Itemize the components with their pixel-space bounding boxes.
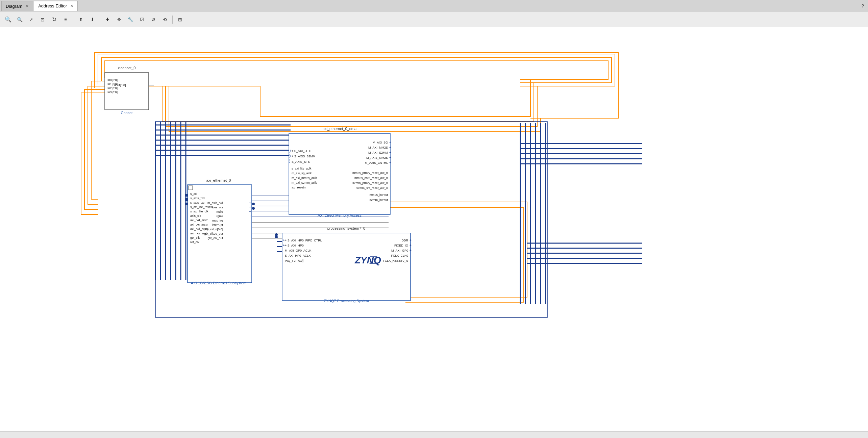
dma-plus-sg: + [389,140,391,144]
eth-port-s-axis-txd: s_axis_txd [190,197,205,200]
tab-address-editor[interactable]: Address Editor ✕ [34,1,78,11]
tab-diagram[interactable]: Diagram ✕ [1,1,33,11]
conn-dot-3 [275,233,278,236]
xlconcat-in2: In2[0:0] [107,86,118,90]
drc-button[interactable]: ⟲ [159,14,170,25]
ps-plus-2: + [283,243,285,247]
align-top-button[interactable]: ⬆ [75,14,86,25]
eth-port-m-axis-rxs: m_axis_rxs [207,206,223,209]
eth-port-axis-clk: axis_clk [190,214,201,217]
eth-port-txd-arstn: axi_txd_arstn [190,218,208,222]
wrench-icon: 🔧 [128,17,133,22]
xlconcat-title: xlconcat_0 [118,66,136,70]
eth-conn-s-axi [185,194,188,197]
tab-diagram-close[interactable]: ✕ [26,4,29,8]
properties-button[interactable]: 🔧 [125,14,136,25]
toolbar: 🔍 🔍 ⤢ ⊡ ↻ ≡ ⬆ ⬇ + ✥ 🔧 ☑ ↺ ⟲ ⊞ [0,12,868,27]
ps-block[interactable] [282,233,411,301]
dma-axi-resetn: axi_resetn [292,186,306,189]
eth-port-gtx90: gtx_clk90_out [204,232,223,235]
regenerate-icon: ↺ [151,17,155,22]
help-button[interactable]: ? [859,3,867,9]
tab-address-editor-close[interactable]: ✕ [70,4,73,8]
tab-diagram-label: Diagram [6,4,22,9]
drc-icon: ⟲ [163,17,167,22]
eth-port-rgmii: rgmii [217,214,223,218]
ps-m-axi-gp0-aclk: M_AXI_GP0_ACLK [285,249,312,252]
eth-port-mac-irq: mac_irq [212,219,223,222]
dma-m-axis-cntrl: M_AXIS_CNTRL [365,161,388,164]
dma-m-axi-s2mm: M_AXI_S2MM [368,151,388,154]
dma-plus-cntrl: + [389,161,391,164]
dma-m-axi-s2mm-aclk: m_axi_s2mm_aclk [292,181,317,184]
dma-s2mm-introut: s2mm_introut [369,198,388,202]
move-icon: ✥ [117,17,121,22]
ps-fclk-clk0: FCLK_CLK0 [391,254,408,257]
eth-conn-txd [185,198,188,201]
dma-plus-s2mm: + [389,151,391,154]
ps-plus-1: + [283,238,285,242]
diagram-area[interactable]: xlconcat_0 In0[0:0] In1[0:0] In2[0:0] In… [0,27,868,438]
dma-s2mm-prmry-reset: s2mm_prmry_reset_out_n [352,181,388,185]
zoom-out-icon: 🔍 [17,17,23,22]
address-editor-icon: ⊞ [178,17,182,22]
eth-label: AXI 1G/2.5G Ethernet Subsystem [191,281,246,285]
ps-title: processing_system7_0 [327,226,366,230]
eth-port-phy-rst: phy_rst_n[0:0] [204,228,223,231]
xlconcat-in3: In3[0:0] [107,91,118,94]
address-editor-button[interactable]: ⊞ [175,14,185,25]
move-button[interactable]: ✥ [114,14,124,25]
eth-port-interrupt: interrupt [212,223,223,227]
validate-button[interactable]: ☑ [137,14,147,25]
dma-mm2s-introut: mm2s_introut [369,193,388,197]
validate-icon: ☑ [140,17,144,22]
dma-mm2s-prmry-reset: mm2s_prmry_reset_out_n [352,171,388,175]
eth-port-lite-clk: s_axi_lite_clk [190,210,208,213]
dma-s-axi-lite-aclk: s_axi_lite_aclk [292,167,312,170]
align-mid-button[interactable]: ⬇ [87,14,98,25]
find-button[interactable]: ≡ [60,14,71,25]
diagram-canvas: xlconcat_0 In0[0:0] In1[0:0] In2[0:0] In… [0,27,868,432]
fit-button[interactable]: ⤢ [26,14,36,25]
dma-s-axis-sts: S_AXIS_STS [292,160,310,163]
zoom-in-button[interactable]: 🔍 [3,14,14,25]
eth-port-mdio: mdio [216,210,223,213]
fit-icon: ⤢ [29,17,33,22]
xlconcat-label: Concat [121,111,133,115]
dma-m-axi-mm2s-aclk: m_axi_mm2s_aclk [292,176,317,180]
ps-s-axi-hp0: + S_AXI_HP0 [285,244,304,247]
regenerate-button[interactable]: ↺ [148,14,159,25]
ps-fixed-io: FIXED_IO [394,244,408,247]
dma-title: axi_ethernet_0_dma [323,127,357,131]
fit-selection-icon: ⊡ [41,17,45,22]
tab-address-editor-label: Address Editor [38,3,67,8]
add-button[interactable]: + [102,14,113,25]
dma-m-axi-sg-aclk: m_axi_sg_aclk [292,172,312,175]
axi-ethernet-title: axi_ethernet_0 [206,178,231,182]
toolbar-sep-3 [172,16,173,24]
ps-m-axi-gp0: M_AXI_GP0 [391,249,408,252]
align-top-icon: ⬆ [79,17,83,22]
ps-plus-fixed: + [410,243,412,247]
zoom-out-button[interactable]: 🔍 [14,14,25,25]
fit-selection-button[interactable]: ⊡ [37,14,48,25]
ps-fclk-reset: FCLK_RESET0_N [383,259,408,262]
ps-label: ZYNQ7 Processing System [324,299,369,303]
zoom-in-icon: 🔍 [5,16,11,23]
eth-plus-rxs: + [249,205,251,209]
conn-dot-4 [275,236,278,238]
toolbar-sep-1 [73,16,73,24]
refresh-button[interactable]: ↻ [49,14,59,25]
conn-dot-1 [252,203,255,205]
eth-conn-txc [185,203,188,205]
dma-label: AXI Direct Memory Access [318,213,362,217]
dma-s2mm-sts-reset: s2mm_sts_reset_out_n [356,186,388,190]
dma-m-axi-mm2s: M_AXI_MM2S [368,146,388,149]
dma-plus-1: + [290,149,292,153]
eth-plus-rxd: + [249,201,251,205]
dma-mm2s-cntrl-reset: mm2s_cntrl_reset_out_n [354,176,388,180]
align-mid-icon: ⬇ [91,17,94,22]
eth-port-ref-clk: ref_clk [190,240,199,244]
eth-plus-mdio: + [249,210,251,213]
dma-s-axi-lite: + S_AXI_LITE [292,149,311,153]
